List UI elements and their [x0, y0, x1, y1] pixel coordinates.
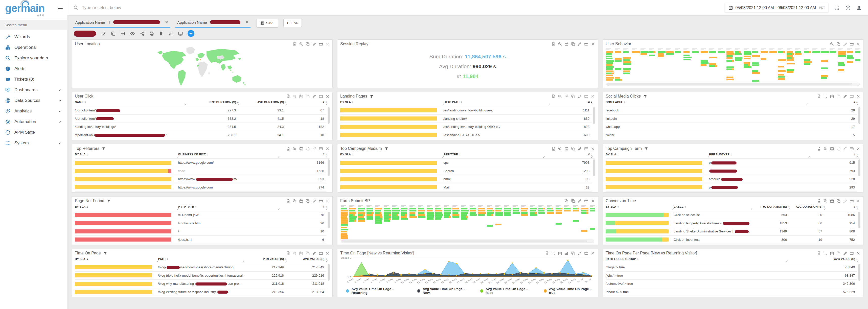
gantt-bar[interactable] [701, 60, 708, 62]
csv-icon[interactable] [817, 147, 821, 151]
gantt-bar[interactable] [341, 212, 347, 214]
zoom-icon[interactable] [823, 147, 828, 151]
gantt-bar[interactable] [761, 51, 768, 53]
gantt-bar[interactable] [744, 64, 750, 66]
copy-icon[interactable] [571, 199, 575, 203]
sidebar-item-data-sources[interactable]: Data Sources [0, 95, 67, 106]
gantt-bar[interactable] [530, 210, 536, 212]
gantt-bar[interactable] [538, 208, 545, 210]
csv-icon[interactable] [551, 94, 556, 98]
zoom-icon[interactable] [292, 199, 297, 203]
gantt-bar[interactable] [804, 61, 812, 63]
table-row[interactable]: /about-ai/ > true576.229 [606, 288, 857, 297]
add-panel-button[interactable] [188, 30, 194, 37]
edit-icon[interactable] [843, 42, 847, 46]
gantt-bar[interactable] [606, 56, 612, 57]
gantt-bar[interactable] [606, 62, 613, 64]
gantt-bar[interactable] [649, 55, 655, 56]
gantt-bar[interactable] [573, 208, 579, 210]
zoom-icon[interactable] [292, 251, 297, 255]
calendar-icon[interactable] [830, 251, 834, 255]
table-row[interactable]: /landing-shelter/889 [340, 115, 592, 123]
csv-icon[interactable] [286, 199, 290, 203]
gantt-bar[interactable] [623, 57, 631, 59]
window-icon[interactable] [319, 251, 323, 255]
calendar-icon[interactable] [558, 251, 562, 255]
calendar-icon[interactable] [299, 94, 303, 98]
gantt-bar[interactable] [606, 68, 613, 70]
edit-icon[interactable] [312, 251, 316, 255]
edit-icon[interactable] [312, 199, 316, 203]
gantt-bar[interactable] [838, 51, 846, 53]
column-header-avg-value-s[interactable]: AVG VALUE (S)▲▼∕∕ [787, 257, 858, 260]
gantt-bar[interactable] [726, 68, 734, 70]
column-header-p-99-value-s[interactable]: P 99 VALUE (S)▲▼∕∕ [244, 257, 287, 260]
window-icon[interactable] [319, 147, 323, 151]
hamburger-icon[interactable] [57, 3, 63, 11]
table-row[interactable]: twitter5 [606, 131, 857, 140]
gantt-bar[interactable] [615, 51, 621, 53]
gantt-bar[interactable] [418, 210, 425, 212]
table-row[interactable]: /blog-exciting-future-aerospace-industry… [75, 288, 327, 297]
filter-icon[interactable] [644, 147, 648, 151]
gantt-bar[interactable] [375, 212, 381, 214]
gantt-bar[interactable] [375, 218, 382, 220]
gantt-bar[interactable] [556, 223, 562, 225]
gantt-bar[interactable] [341, 222, 348, 224]
close-icon[interactable] [591, 94, 595, 98]
close-icon[interactable] [856, 251, 860, 255]
gantt-bar[interactable] [427, 212, 434, 214]
gantt-bar[interactable] [358, 212, 365, 214]
gantt-bar[interactable] [427, 216, 434, 218]
vertical-scrollbar[interactable] [858, 107, 860, 124]
gantt-bar[interactable] [409, 210, 416, 212]
table-row[interactable]: /blog-ised-boom-nearshore-manufacturing/… [75, 263, 327, 272]
gantt-bar[interactable] [453, 212, 458, 214]
gantt-bar[interactable] [615, 77, 620, 79]
table-row[interactable]: /contact-us.html26 [75, 219, 327, 228]
gantt-bar[interactable] [752, 55, 760, 57]
table-row[interactable]: /portfolio-item/353.241.518 [75, 115, 327, 123]
gantt-bar[interactable] [623, 72, 630, 74]
gantt-bar[interactable] [358, 218, 365, 220]
gantt-bar[interactable] [606, 72, 614, 74]
gantt-bar[interactable] [478, 214, 485, 216]
csv-icon[interactable] [817, 199, 821, 203]
calendar-icon[interactable] [830, 94, 834, 98]
column-header-[interactable]: #▲▼∕∕ [287, 100, 327, 103]
gantt-bar[interactable] [341, 229, 348, 230]
calendar-icon[interactable] [299, 251, 303, 255]
gantt-bar[interactable] [461, 208, 467, 210]
edit-icon[interactable] [578, 147, 582, 151]
screen-icon[interactable] [178, 31, 183, 36]
gantt-bar[interactable] [427, 214, 434, 216]
gantt-bar[interactable] [683, 55, 689, 56]
filter-icon[interactable] [384, 147, 389, 151]
gantt-bar[interactable] [623, 59, 630, 61]
gantt-bar[interactable] [623, 70, 630, 72]
calendar-icon[interactable] [299, 199, 303, 203]
signal-icon[interactable] [168, 31, 174, 36]
gantt-bar[interactable] [701, 64, 707, 66]
gantt-bar[interactable] [461, 214, 467, 216]
gantt-bar[interactable] [744, 58, 750, 59]
vertical-scrollbar[interactable] [593, 107, 595, 124]
gantt-bar[interactable] [556, 212, 562, 214]
gantt-bar[interactable] [487, 225, 493, 227]
table-row[interactable]: /es/landing-BTS-GDL-es/693 [340, 131, 592, 140]
gantt-bar[interactable] [683, 51, 689, 53]
edit-icon[interactable] [312, 94, 316, 98]
gantt-bar[interactable] [341, 214, 347, 216]
gantt-bar[interactable] [375, 214, 382, 216]
copy-icon[interactable] [571, 251, 575, 255]
gantt-bar[interactable] [709, 63, 716, 65]
gantt-bar[interactable] [367, 214, 373, 216]
calendar-icon[interactable] [564, 42, 569, 46]
window-icon[interactable] [849, 199, 854, 203]
gantt-bar[interactable] [623, 61, 631, 63]
gantt-bar[interactable] [367, 210, 373, 212]
sidebar-search[interactable] [0, 20, 67, 30]
gantt-bar[interactable] [821, 60, 828, 62]
legend-item[interactable]: Avg Value Time On Page – true [544, 287, 596, 295]
gantt-bar[interactable] [409, 208, 416, 210]
